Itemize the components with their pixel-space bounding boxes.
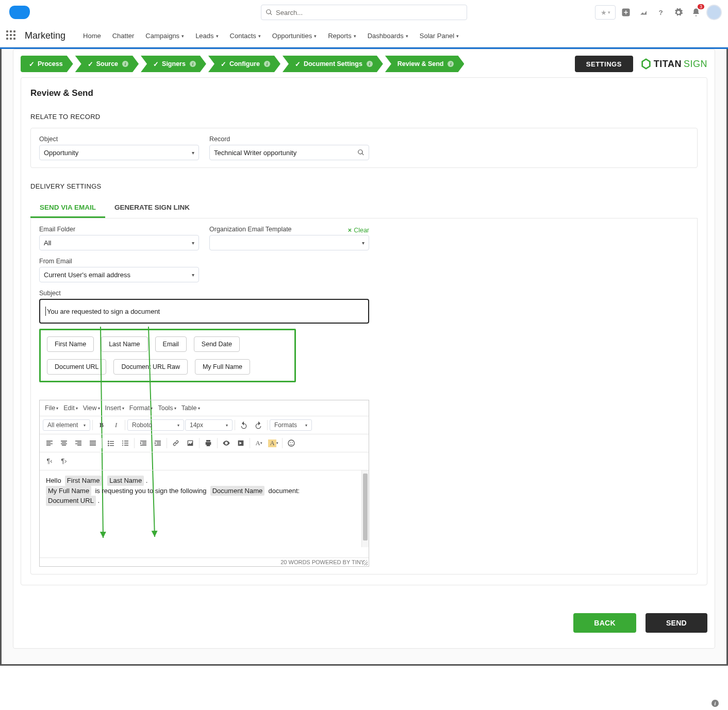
step-document-settings[interactable]: ✓Document Settingsi [283, 56, 383, 72]
undo-button[interactable] [237, 418, 251, 432]
step-signers[interactable]: ✓Signersi [141, 56, 206, 72]
redo-button[interactable] [252, 418, 265, 432]
align-left-icon[interactable] [43, 436, 56, 450]
step-review-send[interactable]: Review & Sendi [385, 56, 465, 72]
setup-gear-icon[interactable] [671, 5, 686, 20]
merge-tag-last-name[interactable]: Last Name [101, 336, 147, 352]
formats-select[interactable]: Formats▾ [270, 419, 312, 431]
titan-icon [640, 58, 652, 70]
nav-item-solar-panel[interactable]: Solar Panel▾ [415, 29, 464, 43]
menu-format[interactable]: Format ▾ [127, 402, 155, 414]
editor-toolbar-1[interactable]: All element▾ B I Roboto▾ 14px▾ Formats▾ [40, 416, 369, 434]
bold-button[interactable]: B [95, 418, 108, 432]
settings-button[interactable]: SETTINGS [575, 56, 633, 72]
step-source[interactable]: ✓Sourcei [75, 56, 139, 72]
font-select[interactable]: Roboto▾ [127, 419, 184, 431]
merge-tag-document-url[interactable]: Document URL [47, 359, 106, 375]
step-configure[interactable]: ✓Configurei [208, 56, 280, 72]
editor-scrollbar[interactable] [361, 470, 369, 547]
merge-tag-first-name[interactable]: First Name [47, 336, 94, 352]
image-icon[interactable] [184, 436, 197, 450]
nav-item-leads[interactable]: Leads▾ [190, 29, 223, 43]
global-search[interactable]: Search... [261, 5, 467, 20]
org-email-template-select[interactable]: ▾ [209, 235, 369, 250]
notifications-bell-icon[interactable]: 3 [689, 5, 703, 20]
resize-handle[interactable] [362, 560, 368, 565]
align-justify-icon[interactable] [86, 436, 100, 450]
user-avatar[interactable] [706, 5, 722, 20]
search-icon [266, 9, 273, 16]
number-list-icon[interactable] [119, 436, 132, 450]
nav-item-reports[interactable]: Reports▾ [323, 29, 361, 43]
elements-select[interactable]: All element▾ [43, 419, 90, 431]
menu-table[interactable]: Table ▾ [179, 402, 202, 414]
chip-first-name[interactable]: First Name [65, 476, 102, 486]
nav-item-contacts[interactable]: Contacts▾ [225, 29, 266, 43]
nav-item-opportunities[interactable]: Opportunities▾ [267, 29, 322, 43]
outdent-icon[interactable] [137, 436, 150, 450]
nav-item-home[interactable]: Home [78, 29, 106, 43]
clear-template-button[interactable]: ×Clear [348, 227, 369, 234]
merge-tag-email[interactable]: Email [155, 336, 187, 352]
titan-sign-logo: TITANSIGN [640, 58, 707, 70]
from-email-select[interactable]: Current User's email address▾ [39, 267, 199, 282]
link-icon[interactable] [169, 436, 183, 450]
delivery-settings-label: DELIVERY SETTINGS [30, 182, 698, 190]
email-folder-select[interactable]: All▾ [39, 235, 199, 250]
object-select[interactable]: Opportunity▾ [39, 145, 199, 160]
chip-my-full-name[interactable]: My Full Name [46, 486, 91, 496]
bg-color-icon[interactable]: A▾ [267, 436, 280, 450]
salesforce-logo [9, 6, 30, 19]
chip-document-name[interactable]: Document Name [210, 486, 265, 496]
italic-button[interactable]: I [109, 418, 123, 432]
help-icon[interactable]: ? [654, 5, 668, 20]
app-name: Marketing [25, 30, 65, 41]
record-lookup[interactable]: Technical Writer opportunity [209, 145, 369, 160]
print-icon[interactable] [202, 436, 215, 450]
rtl-icon[interactable]: ¶› [57, 454, 71, 468]
step-process[interactable]: ✓Process [21, 56, 73, 72]
ltr-icon[interactable]: ¶‹ [43, 454, 56, 468]
favorites-pill[interactable]: ★▾ [595, 5, 616, 20]
tab-send-via-email[interactable]: SEND VIA EMAIL [30, 198, 105, 218]
send-button[interactable]: SEND [646, 613, 707, 633]
subject-label: Subject [39, 290, 689, 297]
media-icon[interactable] [234, 436, 247, 450]
tab-generate-sign-link[interactable]: GENERATE SIGN LINK [105, 198, 199, 218]
bullet-list-icon[interactable] [104, 436, 118, 450]
chip-document-url[interactable]: Document URL [46, 496, 96, 506]
fontsize-select[interactable]: 14px▾ [185, 419, 233, 431]
sales-icon[interactable] [636, 5, 651, 20]
nav-item-campaigns[interactable]: Campaigns▾ [140, 29, 189, 43]
menu-insert[interactable]: Insert ▾ [103, 402, 126, 414]
nav-item-dashboards[interactable]: Dashboards▾ [362, 29, 413, 43]
editor-menubar[interactable]: File ▾Edit ▾View ▾Insert ▾Format ▾Tools … [40, 400, 369, 416]
email-folder-label: Email Folder [39, 226, 199, 233]
nav-item-chatter[interactable]: Chatter [107, 29, 140, 43]
editor-content[interactable]: Hello First Name Last Name . My Full Nam… [40, 470, 369, 557]
subject-input[interactable]: You are requested to sign a document [39, 299, 369, 324]
merge-tag-send-date[interactable]: Send Date [194, 336, 240, 352]
back-button[interactable]: BACK [573, 613, 636, 633]
app-launcher-icon[interactable] [6, 30, 18, 42]
emoji-icon[interactable] [285, 436, 298, 450]
align-right-icon[interactable] [72, 436, 85, 450]
editor-status-bar: 20 WORDS POWERED BY TINY [40, 557, 369, 566]
menu-file[interactable]: File ▾ [43, 402, 60, 414]
stepper: ✓Process ✓Sourcei ✓Signersi ✓Configurei … [21, 56, 707, 72]
editor-toolbar-2[interactable]: A▾ A▾ [40, 434, 369, 452]
merge-tag-my-full-name[interactable]: My Full Name [195, 359, 250, 375]
preview-icon[interactable] [220, 436, 233, 450]
menu-view[interactable]: View ▾ [81, 402, 102, 414]
indent-icon[interactable] [151, 436, 164, 450]
add-icon[interactable] [619, 5, 633, 20]
merge-tag-document-url-raw[interactable]: Document URL Raw [113, 359, 187, 375]
menu-tools[interactable]: Tools ▾ [156, 402, 178, 414]
search-placeholder: Search... [276, 9, 303, 16]
menu-edit[interactable]: Edit ▾ [61, 402, 80, 414]
chip-last-name[interactable]: Last Name [107, 476, 144, 486]
svg-point-4 [108, 441, 109, 442]
align-center-icon[interactable] [57, 436, 71, 450]
text-color-icon[interactable]: A▾ [252, 436, 266, 450]
editor-toolbar-3[interactable]: ¶‹ ¶› [40, 452, 369, 470]
